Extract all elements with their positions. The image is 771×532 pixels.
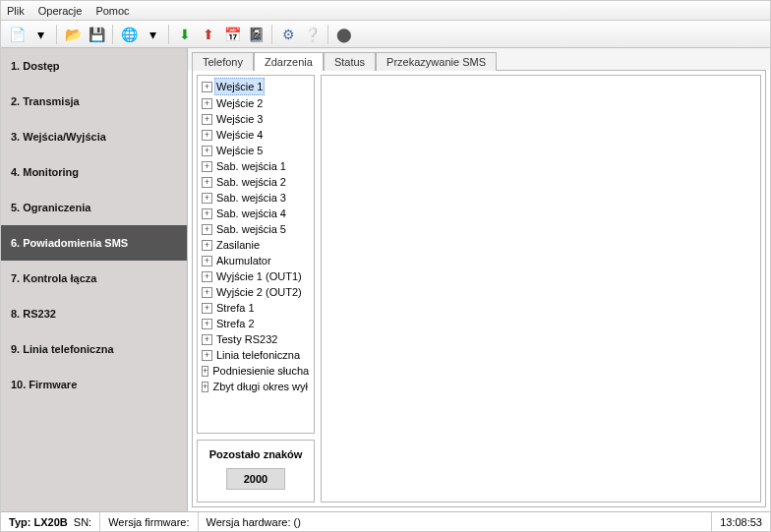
expand-icon[interactable]: + (202, 114, 212, 125)
chars-left-panel: Pozostało znaków 2000 (197, 440, 315, 502)
help-icon[interactable]: ❔ (302, 25, 322, 44)
expand-icon[interactable]: + (202, 208, 212, 219)
tree-item[interactable]: +Wejście 1 (200, 78, 312, 95)
tree-item[interactable]: +Wejście 3 (200, 111, 312, 127)
tab-forwarding[interactable]: Przekazywanie SMS (376, 52, 497, 71)
sidebar-item-phone-line[interactable]: 9. Linia telefoniczna (1, 331, 187, 367)
expand-icon[interactable]: + (202, 224, 212, 235)
sidebar-item-access[interactable]: 1. Dostęp (1, 48, 187, 84)
sphere-icon[interactable]: ⬤ (334, 25, 354, 44)
tree-item-label: Wyjście 1 (OUT1) (214, 268, 304, 284)
upload-icon[interactable]: ⬆ (199, 25, 218, 44)
expand-icon[interactable]: + (202, 161, 212, 172)
tree-item[interactable]: +Podniesienie słucha (200, 363, 312, 379)
tree-item[interactable]: +Sab. wejścia 3 (200, 190, 312, 206)
expand-icon[interactable]: + (202, 271, 212, 282)
menu-help[interactable]: Pomoc (95, 5, 129, 17)
tree-item-label: Wyjście 2 (OUT2) (214, 284, 304, 300)
tree-item[interactable]: +Sab. wejścia 4 (200, 206, 312, 221)
tree-item-label: Sab. wejścia 4 (214, 206, 288, 221)
expand-icon[interactable]: + (202, 177, 212, 188)
tree-item-label: Podniesienie słucha (210, 363, 311, 379)
expand-icon[interactable]: + (202, 98, 212, 109)
sidebar-item-io[interactable]: 3. Wejścia/Wyjścia (1, 119, 187, 154)
expand-icon[interactable]: + (202, 319, 212, 329)
tree-item[interactable]: +Sab. wejścia 2 (200, 174, 312, 190)
tree-item-label: Zasilanie (214, 237, 262, 253)
open-icon[interactable]: 📂 (63, 25, 83, 44)
sidebar-item-rs232[interactable]: 8. RS232 (1, 296, 187, 331)
toolbar-divider (168, 25, 169, 44)
expand-icon[interactable]: + (202, 193, 212, 204)
sidebar: 1. Dostęp 2. Transmisja 3. Wejścia/Wyjśc… (1, 48, 188, 511)
expand-icon[interactable]: + (202, 146, 212, 156)
new-icon[interactable]: 📄 (7, 25, 27, 44)
tab-events[interactable]: Zdarzenia (254, 52, 324, 71)
sidebar-item-transmission[interactable]: 2. Transmisja (1, 84, 187, 119)
sidebar-item-firmware[interactable]: 10. Firmware (1, 367, 187, 402)
book-icon[interactable]: 📓 (246, 25, 266, 44)
tree-item-label: Wejście 3 (214, 111, 265, 127)
content-area: Telefony Zdarzenia Status Przekazywanie … (188, 48, 770, 511)
tree-item-label: Sab. wejścia 1 (214, 158, 288, 174)
globe-icon[interactable]: 🌐 (119, 25, 139, 44)
tree-item-label: Wejście 4 (214, 127, 265, 143)
chars-left-label: Pozostało znaków (202, 448, 310, 460)
status-fw: Wersja firmware: (100, 512, 198, 531)
menu-file[interactable]: Plik (7, 5, 25, 17)
expand-icon[interactable]: + (202, 350, 212, 361)
tree-item-label: Strefa 2 (214, 316, 257, 331)
expand-icon[interactable]: + (202, 303, 212, 314)
tree-item[interactable]: +Zasilanie (200, 237, 312, 253)
tree-item[interactable]: +Wyjście 1 (OUT1) (200, 268, 312, 284)
status-clock: 13:08:53 (712, 512, 770, 531)
tree-item[interactable]: +Testy RS232 (200, 331, 312, 347)
tree-panel: +Wejście 1+Wejście 2+Wejście 3+Wejście 4… (197, 75, 315, 502)
tree-item[interactable]: +Sab. wejścia 1 (200, 158, 312, 174)
tree-item[interactable]: +Wyjście 2 (OUT2) (200, 284, 312, 300)
dropdown-icon[interactable]: ▾ (143, 25, 162, 44)
expand-icon[interactable]: + (202, 366, 208, 377)
tree-item-label: Zbyt długi okres wył (210, 379, 310, 394)
menubar: Plik Operacje Pomoc (1, 1, 770, 21)
tree-item[interactable]: +Wejście 2 (200, 95, 312, 111)
sidebar-item-monitoring[interactable]: 4. Monitoring (1, 154, 187, 190)
expand-icon[interactable]: + (202, 334, 212, 345)
tree-item[interactable]: +Linia telefoniczna (200, 347, 312, 363)
tree-item-label: Sab. wejścia 3 (214, 190, 288, 206)
event-detail-panel (321, 75, 761, 502)
tree-item-label: Strefa 1 (214, 300, 257, 316)
expand-icon[interactable]: + (202, 287, 212, 298)
status-sn-label: SN: (74, 516, 91, 528)
save-icon[interactable]: 💾 (87, 25, 106, 44)
tree-item[interactable]: +Sab. wejścia 5 (200, 221, 312, 237)
expand-icon[interactable]: + (202, 82, 212, 92)
event-tree[interactable]: +Wejście 1+Wejście 2+Wejście 3+Wejście 4… (197, 75, 315, 434)
status-type-label: Typ: (9, 516, 30, 528)
expand-icon[interactable]: + (202, 240, 212, 251)
expand-icon[interactable]: + (202, 382, 208, 392)
tree-item[interactable]: +Zbyt długi okres wył (200, 379, 312, 394)
tree-item[interactable]: +Strefa 2 (200, 316, 312, 331)
gear-icon[interactable]: ⚙ (278, 25, 298, 44)
download-icon[interactable]: ⬇ (175, 25, 195, 44)
sep-icon: ▾ (30, 25, 50, 44)
expand-icon[interactable]: + (202, 256, 212, 266)
expand-icon[interactable]: + (202, 130, 212, 141)
tree-item[interactable]: +Akumulator (200, 253, 312, 268)
status-type: Typ: LX20B SN: (1, 512, 100, 531)
menu-operations[interactable]: Operacje (38, 5, 83, 17)
tree-item[interactable]: +Wejście 5 (200, 143, 312, 158)
status-type-value: LX20B (33, 516, 67, 528)
tab-status[interactable]: Status (324, 52, 376, 71)
sidebar-item-sms[interactable]: 6. Powiadomienia SMS (1, 225, 187, 261)
sidebar-item-link[interactable]: 7. Kontrola łącza (1, 261, 187, 296)
toolbar-divider (271, 25, 272, 44)
tree-item[interactable]: +Wejście 4 (200, 127, 312, 143)
sidebar-item-limits[interactable]: 5. Ograniczenia (1, 190, 187, 225)
tree-item[interactable]: +Strefa 1 (200, 300, 312, 316)
main-area: 1. Dostęp 2. Transmisja 3. Wejścia/Wyjśc… (1, 48, 770, 511)
tree-item-label: Sab. wejścia 2 (214, 174, 288, 190)
tab-phones[interactable]: Telefony (192, 52, 254, 71)
calendar-icon[interactable]: 📅 (222, 25, 242, 44)
